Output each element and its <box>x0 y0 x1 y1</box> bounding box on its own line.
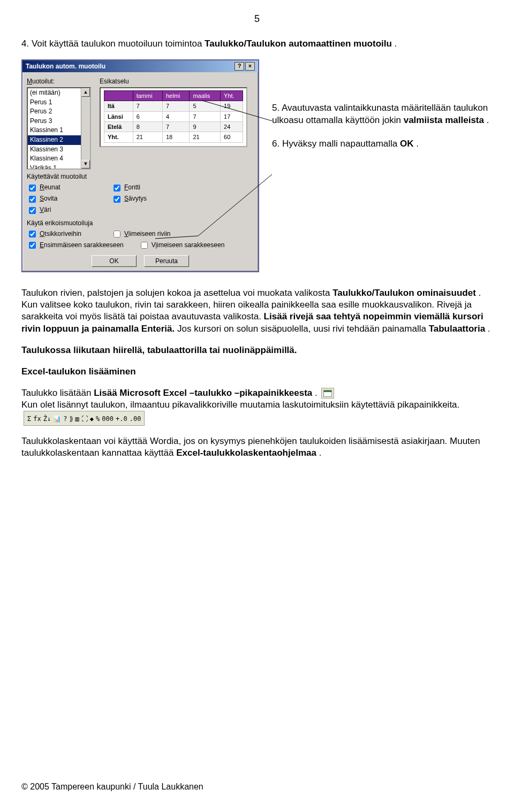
dialog-title: Taulukon autom. muotoilu <box>26 63 105 71</box>
checkbox-input[interactable] <box>29 185 36 191</box>
checkbox-input[interactable] <box>29 231 36 238</box>
scroll-up-button[interactable]: ▲ <box>81 88 90 97</box>
step4-paragraph: 4. Voit käyttää taulukon muotoiluun toim… <box>21 38 493 50</box>
cancel-button[interactable]: Peruuta <box>144 255 189 267</box>
checkbox-option[interactable]: Väri <box>27 205 96 216</box>
special-formats-label: Käytä erikoismuotoiluja <box>27 219 254 228</box>
titlebar-help-button[interactable]: ? <box>235 62 244 71</box>
preview-cell: 21 <box>133 132 162 142</box>
outro-bold: Excel-taulukkolaskentaohjelmaa <box>176 448 316 458</box>
step5-suffix: . <box>487 115 489 125</box>
checkbox-option[interactable]: Otsikkoriveihin <box>27 229 96 239</box>
preview-cell: 8 <box>133 121 162 132</box>
insert-excel-icon <box>321 388 334 399</box>
formats-checkbox-group: ReunatFonttiSovitaSävytysVäri <box>27 182 254 216</box>
preview-cell: 19 <box>221 101 243 111</box>
used-formats-label: Käytettävät muotoilut <box>27 173 254 181</box>
checkbox-option[interactable]: Sovita <box>27 194 96 204</box>
preview-cell: 9 <box>190 121 221 132</box>
step4-text: 4. Voit käyttää taulukon muotoiluun toim… <box>21 39 205 49</box>
excel1-suffix: . <box>315 388 320 398</box>
preview-cell: 24 <box>221 121 243 132</box>
checkbox-label: Otsikkoriveihin <box>40 230 81 239</box>
listbox-scrollbar[interactable]: ▲ ▼ <box>81 88 90 168</box>
step6-suffix: . <box>416 139 419 149</box>
preview-col-header: helmi <box>162 91 190 101</box>
preview-cell: 5 <box>190 101 221 111</box>
toolbar-button-icon: ⛶ <box>81 415 88 424</box>
toolbar-button-icon: 000 <box>102 415 114 424</box>
checkbox-label: Väri <box>40 206 51 215</box>
checkbox-input[interactable] <box>114 185 120 191</box>
checkbox-input[interactable] <box>29 242 36 249</box>
toolbar-button-icon: ◆ <box>90 415 94 424</box>
preview-cell: 17 <box>221 111 243 121</box>
toolbar-button-icon: fx <box>33 415 41 424</box>
preview-cell: 7 <box>162 101 190 111</box>
copyright-icon: © <box>21 782 28 791</box>
titlebar-close-button[interactable]: × <box>245 62 255 71</box>
preview-cell: 60 <box>221 132 243 142</box>
preview-cell: Länsi <box>104 111 133 121</box>
preview-col-header: Yht. <box>221 91 243 101</box>
checkbox-input[interactable] <box>114 196 120 203</box>
preview-cell: 7 <box>190 111 221 121</box>
checkbox-input[interactable] <box>114 231 120 238</box>
ok-button[interactable]: OK <box>92 255 137 267</box>
main-text1: Taulukon rivien, palstojen ja solujen ko… <box>21 288 330 298</box>
preview-col-header <box>104 91 133 101</box>
checkbox-input[interactable] <box>141 242 148 249</box>
preview-col-header: tammi <box>133 91 162 101</box>
excel1-bold: Lisää Microsoft Excel –taulukko –pikapai… <box>94 388 312 398</box>
step4-suffix: . <box>395 39 397 49</box>
checkbox-input[interactable] <box>29 196 36 203</box>
formats-listbox[interactable]: (ei mitään)Perus 1Perus 2Perus 3Klassine… <box>27 87 91 170</box>
toolbar-button-icon: Ẑ↓ <box>43 415 51 424</box>
preview-cell: Itä <box>104 101 133 111</box>
toolbar-button-icon: ? <box>63 415 67 424</box>
checkbox-option[interactable]: Reunat <box>27 183 96 193</box>
preview-col-header: maalis <box>190 91 221 101</box>
checkbox-label: Viimeiseen sarakkeeseen <box>152 241 225 250</box>
step5-bold: valmiista malleista <box>404 115 484 125</box>
special-checkbox-group: OtsikkoriveihinViimeiseen riviinEnsimmäi… <box>27 228 254 251</box>
step6-text: 6. Hyväksy malli napauttamalla <box>272 139 400 149</box>
checkbox-label: Ensimmäiseen sarakkeeseen <box>40 241 124 250</box>
checkbox-option[interactable]: Sävytys <box>111 194 181 204</box>
checkbox-option[interactable]: Fontti <box>111 183 181 193</box>
excel1-prefix: Taulukko lisätään <box>21 388 94 398</box>
checkbox-label: Sävytys <box>124 195 147 203</box>
checkbox-option[interactable]: Viimeiseen sarakkeeseen <box>139 240 225 250</box>
preview-cell: 7 <box>133 101 162 111</box>
step6-paragraph: 6. Hyväksy malli napauttamalla OK . <box>272 138 493 150</box>
toolbar-button-icon: 📊 <box>53 415 61 424</box>
preview-label: Esikatselu <box>100 78 254 86</box>
toolbar-button-icon: % <box>96 415 100 424</box>
page-number: 5 <box>21 13 493 25</box>
checkbox-option[interactable]: Ensimmäiseen sarakkeeseen <box>27 240 124 250</box>
checkbox-input[interactable] <box>29 207 36 214</box>
preview-box: tammihelmimaalisYht.Itä77519Länsi64717Et… <box>100 87 247 147</box>
dialog-titlebar: Taulukon autom. muotoilu ? × <box>22 60 258 72</box>
preview-table: tammihelmimaalisYht.Itä77519Länsi64717Et… <box>104 90 243 142</box>
outro-paragraph: Taulukkolaskentaan voi käyttää Wordia, j… <box>21 435 493 459</box>
checkbox-option[interactable]: Viimeiseen riviin <box>111 229 181 239</box>
autoformat-dialog: Taulukon autom. muotoilu ? × Muotoilut: … <box>21 59 259 272</box>
scroll-down-button[interactable]: ▼ <box>81 160 90 168</box>
checkbox-label: Viimeiseen riviin <box>124 230 171 239</box>
footer: © 2005 Tampereen kaupunki / Tuula Laukka… <box>21 782 203 793</box>
excel-paragraph1: Taulukko lisätään Lisää Microsoft Excel … <box>21 387 493 426</box>
excel-toolbar-icons: ΣfxẐ↓📊?⟫▥⛶◆%000+.0.00 <box>24 411 145 426</box>
preview-cell: Etelä <box>104 121 133 132</box>
footer-text: 2005 Tampereen kaupunki / Tuula Laukkane… <box>30 782 203 791</box>
toolbar-button-icon: ▥ <box>75 415 79 424</box>
main-bold3: Tabulaattoria <box>429 324 485 334</box>
toolbar-button-icon: +.0 <box>116 415 127 424</box>
step4-bold: Taulukko/Taulukon automaattinen muotoilu <box>205 39 392 49</box>
toolbar-button-icon: Σ <box>27 415 31 424</box>
formats-label: Muotoilut: <box>27 78 91 86</box>
step5-paragraph: 5. Avautuvasta valintaikkunasta määritel… <box>272 102 493 126</box>
toolbar-button-icon: .00 <box>130 415 141 424</box>
preview-cell: 21 <box>190 132 221 142</box>
preview-cell: 7 <box>162 121 190 132</box>
